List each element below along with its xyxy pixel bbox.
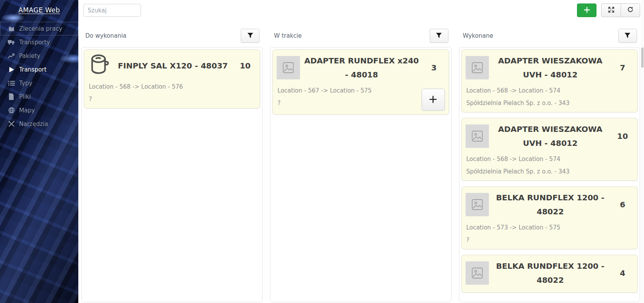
kanban-card[interactable]: ADAPTER WIESZAKOWA UVH - 48012 7 Locatio…: [461, 49, 638, 112]
topbar: [81, 0, 640, 23]
sidebar-item-label: Pliki: [19, 93, 31, 100]
sidebar-item-label: Zlecenia pracy: [19, 25, 62, 32]
image-placeholder-icon: [466, 193, 489, 216]
sidebar-item-label: Transport: [19, 66, 46, 73]
card-icon-slot: [466, 193, 489, 216]
play-icon: [8, 66, 15, 73]
image-placeholder-icon: [466, 261, 489, 285]
sidebar-item-typy[interactable]: Typy: [0, 76, 78, 90]
tools-icon: [8, 121, 15, 128]
card-icon-slot: [466, 124, 489, 148]
sidebar: AMAGE Web Zlecenia pracyTransportyPakiet…: [0, 0, 78, 303]
column-header: Do wykonania: [81, 23, 263, 47]
search-input[interactable]: [83, 4, 141, 17]
column-header: W trakcie: [270, 23, 451, 47]
sidebar-item-transport[interactable]: Transport: [0, 63, 78, 76]
list-icon: [8, 80, 15, 87]
sidebar-item-zlecenia-pracy[interactable]: Zlecenia pracy: [0, 22, 78, 35]
fullscreen-button[interactable]: [602, 4, 621, 17]
sidebar-item-pliki[interactable]: Pliki: [0, 90, 78, 103]
sidebar-item-label: Mapy: [19, 107, 35, 114]
kanban-card[interactable]: BELKA RUNDFLEX 1200 - 48022 6 Location -…: [461, 186, 638, 249]
card-title: FINPLY SAL X120 - 48037: [111, 59, 234, 73]
filter-button[interactable]: [618, 29, 637, 43]
add-button[interactable]: [577, 4, 596, 17]
card-count-badge: 10: [612, 131, 633, 141]
plus-icon: [583, 6, 591, 15]
sidebar-item-label: Transporty: [19, 39, 50, 46]
filter-funnel-icon: [436, 32, 442, 40]
card-extra-text: Spółdzielnia Pielach Sp. z o.o. - 343: [466, 100, 633, 107]
sidebar-item-narzedzia[interactable]: Narzędzia: [0, 117, 78, 131]
column-header: Wykonane: [459, 23, 640, 47]
filter-button[interactable]: [241, 29, 259, 43]
card-extra-text: ?: [466, 236, 633, 243]
card-extra-text: Spółdzielnia Pielach Sp. z o.o. - 343: [466, 168, 633, 175]
kanban-card[interactable]: FINPLY SAL X120 - 48037 10 Location - 56…: [84, 49, 260, 109]
kanban-column: Wykonane ADAPTER WIESZAKOWA UVH - 48012 …: [459, 23, 640, 302]
card-icon-slot: [466, 56, 489, 79]
sidebar-item-label: Narzędzia: [19, 121, 48, 128]
kanban-card[interactable]: ADAPTER WIESZAKOWA UVH - 48012 10 Locati…: [461, 118, 638, 181]
refresh-icon: [627, 6, 634, 14]
column-title: W trakcie: [274, 32, 302, 39]
filter-button[interactable]: [430, 29, 448, 43]
column-body: ADAPTER RUNDFLEX x240 - 48018 3 Location…: [270, 47, 451, 302]
card-count-badge: 3: [423, 63, 445, 72]
file-icon: [8, 93, 15, 100]
card-header: ADAPTER WIESZAKOWA UVH - 48012 7: [466, 54, 633, 82]
card-icon-slot: [277, 56, 300, 79]
card-header: ADAPTER WIESZAKOWA UVH - 48012 10: [466, 122, 633, 150]
card-icon-slot: [88, 54, 111, 78]
app-title-link[interactable]: AMAGE Web: [18, 6, 60, 14]
column-body: ADAPTER WIESZAKOWA UVH - 48012 7 Locatio…: [459, 47, 640, 302]
card-count-badge: 6: [612, 200, 633, 209]
sidebar-item-transporty[interactable]: Transporty: [0, 35, 78, 49]
view-button-group: [601, 4, 640, 17]
kanban-column: W trakcie ADAPTER RUNDFLEX x240 - 48018 …: [270, 23, 451, 302]
fullscreen-icon: [608, 6, 615, 14]
kanban-board: Do wykonania FINPLY SAL X120 - 48037 10 …: [81, 23, 640, 302]
card-header: BELKA RUNDFLEX 1200 - 48022 6: [466, 191, 633, 219]
card-location-text: Location - 573 -> Location - 575: [466, 224, 633, 231]
brand-area: AMAGE Web: [0, 0, 78, 14]
card-header: FINPLY SAL X120 - 48037 10: [88, 54, 256, 78]
kanban-card[interactable]: ADAPTER RUNDFLEX x240 - 48018 3 Location…: [272, 49, 449, 115]
sidebar-nav: Zlecenia pracyTransportyPakietyTransport…: [0, 22, 78, 131]
sidebar-item-label: Pakiety: [19, 53, 40, 60]
kanban-card[interactable]: BELKA RUNDFLEX 1200 - 48022 4: [461, 255, 638, 293]
plus-icon: [429, 95, 438, 105]
card-location-text: Location - 567 -> Location - 575: [277, 87, 445, 94]
column-title: Wykonane: [463, 32, 493, 39]
card-add-button[interactable]: [422, 89, 445, 111]
card-title: BELKA RUNDFLEX 1200 - 48022: [489, 259, 612, 287]
main-content: Do wykonania FINPLY SAL X120 - 48037 10 …: [78, 0, 644, 303]
card-extra-text: ?: [88, 96, 256, 103]
card-extra-text: ?: [277, 100, 445, 107]
truck-icon: [8, 39, 15, 46]
material-roll-icon: [90, 54, 110, 78]
card-location-text: Location - 568 -> Location - 576: [88, 83, 256, 90]
sidebar-item-pakiety[interactable]: Pakiety: [0, 49, 78, 63]
card-location-text: Location - 568 -> Location - 574: [466, 87, 633, 94]
card-title: ADAPTER RUNDFLEX x240 - 48018: [300, 54, 423, 82]
card-title: ADAPTER WIESZAKOWA UVH - 48012: [489, 122, 612, 150]
page-scrollbar[interactable]: [641, 0, 644, 303]
app-window: AMAGE Web Zlecenia pracyTransportyPakiet…: [0, 0, 644, 303]
card-location-text: Location - 568 -> Location - 574: [466, 156, 633, 163]
card-header: BELKA RUNDFLEX 1200 - 48022 4: [466, 259, 633, 287]
scrollbar-thumb[interactable]: [641, 47, 644, 68]
toolbar-actions: [577, 4, 640, 17]
column-body: FINPLY SAL X120 - 48037 10 Location - 56…: [81, 47, 263, 302]
filter-funnel-icon: [247, 32, 254, 40]
card-title: BELKA RUNDFLEX 1200 - 48022: [489, 191, 612, 219]
refresh-button[interactable]: [621, 4, 640, 17]
sidebar-item-mapy[interactable]: Mapy: [0, 103, 78, 117]
card-count-badge: 10: [234, 61, 256, 70]
card-header: ADAPTER RUNDFLEX x240 - 48018 3: [277, 54, 445, 82]
image-placeholder-icon: [277, 56, 300, 79]
kanban-column: Do wykonania FINPLY SAL X120 - 48037 10 …: [81, 23, 263, 302]
chart-icon: [8, 53, 15, 60]
image-placeholder-icon: [466, 124, 489, 148]
image-placeholder-icon: [466, 56, 489, 79]
